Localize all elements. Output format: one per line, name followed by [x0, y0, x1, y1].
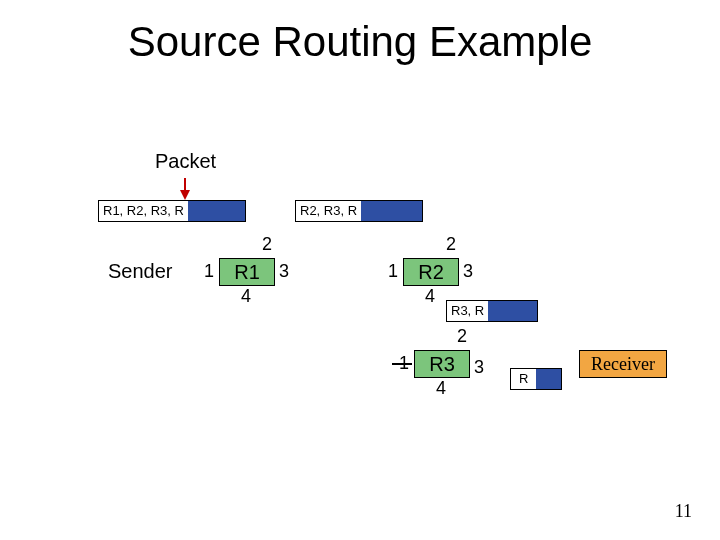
- line-r3-left: [392, 363, 412, 365]
- packet-header-4: R: [511, 369, 536, 389]
- page-title: Source Routing Example: [0, 18, 720, 66]
- r2-port-top: 2: [446, 234, 456, 255]
- packet-payload-4: [536, 369, 561, 389]
- packet-box-3: R3, R: [446, 300, 538, 322]
- r2-port-left: 1: [388, 261, 398, 282]
- router-r1: R1: [219, 258, 275, 286]
- packet-header-3: R3, R: [447, 301, 488, 321]
- router-r2: R2: [403, 258, 459, 286]
- r3-port-top: 2: [457, 326, 467, 347]
- router-r3: R3: [414, 350, 470, 378]
- r1-port-bottom: 4: [241, 286, 251, 307]
- receiver-box: Receiver: [579, 350, 667, 378]
- packet-header-2: R2, R3, R: [296, 201, 361, 221]
- packet-box-1: R1, R2, R3, R: [98, 200, 246, 222]
- packet-payload-1: [188, 201, 245, 221]
- r2-port-bottom: 4: [425, 286, 435, 307]
- sender-label: Sender: [108, 260, 173, 283]
- packet-label: Packet: [155, 150, 216, 173]
- r1-port-top: 2: [262, 234, 272, 255]
- r1-port-right: 3: [279, 261, 289, 282]
- packet-box-4: R: [510, 368, 562, 390]
- packet-payload-3: [488, 301, 537, 321]
- packet-payload-2: [361, 201, 422, 221]
- svg-marker-1: [180, 190, 190, 200]
- r3-port-bottom: 4: [436, 378, 446, 399]
- r2-port-right: 3: [463, 261, 473, 282]
- r3-port-right: 3: [474, 357, 484, 378]
- r1-port-left: 1: [204, 261, 214, 282]
- slide-number: 11: [675, 501, 692, 522]
- packet-box-2: R2, R3, R: [295, 200, 423, 222]
- packet-header-1: R1, R2, R3, R: [99, 201, 188, 221]
